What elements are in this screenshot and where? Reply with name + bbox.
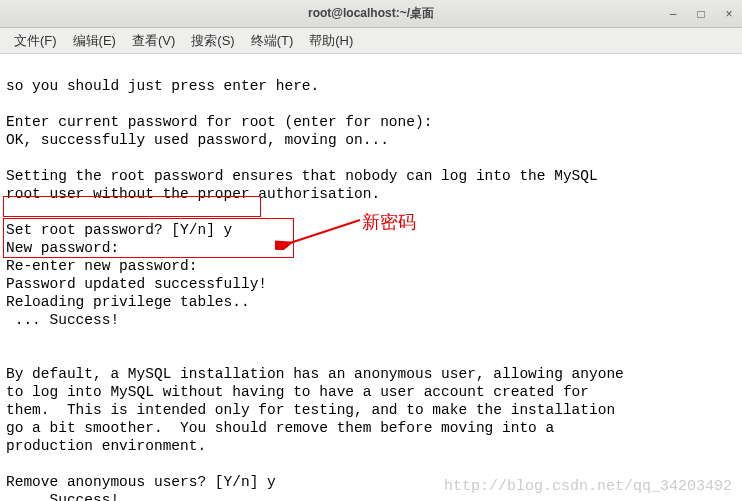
close-icon[interactable]: ×	[722, 7, 736, 21]
minimize-icon[interactable]: –	[666, 7, 680, 21]
term-line: Enter current password for root (enter f…	[6, 114, 432, 130]
term-line: production environment.	[6, 438, 206, 454]
terminal-output[interactable]: so you should just press enter here. Ent…	[0, 54, 742, 501]
term-line: root user without the proper authorisati…	[6, 186, 380, 202]
term-line: Reloading privilege tables..	[6, 294, 250, 310]
term-line: Set root password? [Y/n] y	[6, 222, 232, 238]
term-line: Remove anonymous users? [Y/n] y	[6, 474, 276, 490]
watermark: http://blog.csdn.net/qq_34203492	[444, 478, 732, 495]
window-title: root@localhost:~/桌面	[308, 5, 434, 22]
window-controls: – □ ×	[666, 7, 736, 21]
menu-help[interactable]: 帮助(H)	[301, 29, 361, 53]
term-line: Re-enter new password:	[6, 258, 197, 274]
term-line: By default, a MySQL installation has an …	[6, 366, 624, 382]
menu-view[interactable]: 查看(V)	[124, 29, 183, 53]
term-line: ... Success!	[6, 492, 119, 501]
menu-search[interactable]: 搜索(S)	[183, 29, 242, 53]
maximize-icon[interactable]: □	[694, 7, 708, 21]
titlebar: root@localhost:~/桌面 – □ ×	[0, 0, 742, 28]
term-line: so you should just press enter here.	[6, 78, 319, 94]
menu-file[interactable]: 文件(F)	[6, 29, 65, 53]
term-line: Password updated successfully!	[6, 276, 267, 292]
term-line: go a bit smoother. You should remove the…	[6, 420, 554, 436]
term-line: ... Success!	[6, 312, 119, 328]
term-line: New password:	[6, 240, 119, 256]
term-line: them. This is intended only for testing,…	[6, 402, 615, 418]
menubar: 文件(F) 编辑(E) 查看(V) 搜索(S) 终端(T) 帮助(H)	[0, 28, 742, 54]
term-line: Setting the root password ensures that n…	[6, 168, 598, 184]
term-line: to log into MySQL without having to have…	[6, 384, 589, 400]
menu-edit[interactable]: 编辑(E)	[65, 29, 124, 53]
menu-terminal[interactable]: 终端(T)	[243, 29, 302, 53]
term-line: OK, successfully used password, moving o…	[6, 132, 389, 148]
